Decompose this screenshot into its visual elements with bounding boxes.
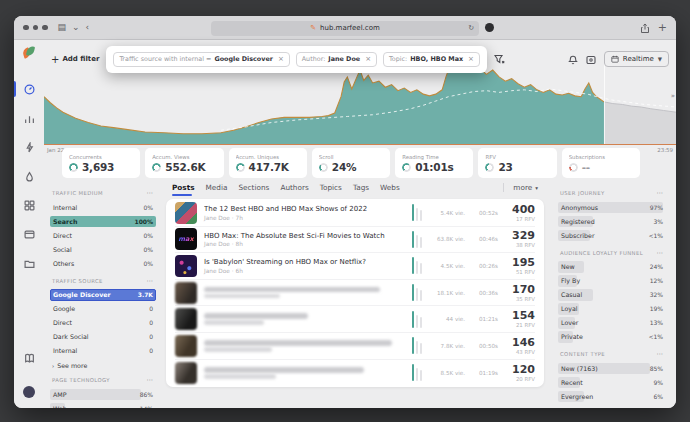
- traffic-filters-panel: TRAFFIC MEDIUM⋯Internal0%Search100%Direc…: [44, 180, 162, 408]
- close-window-button[interactable]: [23, 25, 29, 31]
- item-value: 0%: [143, 260, 153, 267]
- page-technology-item[interactable]: AMP86%: [50, 388, 156, 401]
- kebab-menu-icon[interactable]: ⋯: [147, 376, 155, 384]
- loyalty-item[interactable]: Fly By12%: [558, 275, 666, 288]
- nav-analytics-icon[interactable]: [14, 109, 44, 127]
- reload-icon[interactable]: ↻: [468, 24, 474, 32]
- marfeel-logo[interactable]: [23, 46, 35, 58]
- post-row[interactable]: 18.1K vie.00:36s17035 RFV: [175, 280, 535, 307]
- user-journey-item[interactable]: Subscriber<1%: [558, 229, 666, 242]
- sidebar-toggle-icon[interactable]: ▤: [58, 23, 67, 32]
- content-type-item[interactable]: Not Editorial<1%: [558, 404, 666, 408]
- tab-posts[interactable]: Posts: [172, 183, 195, 192]
- content-type-item[interactable]: Evergreen6%: [558, 390, 666, 403]
- address-bar[interactable]: ✎ hub.marfeel.com ↻: [211, 21, 479, 36]
- user-journey-item[interactable]: Anonymous97%: [558, 201, 666, 214]
- nav-engagement-icon[interactable]: [14, 167, 44, 185]
- minimize-window-button[interactable]: [33, 25, 39, 31]
- item-label: Loyal: [561, 305, 578, 312]
- clear-filters-icon[interactable]: [494, 50, 505, 69]
- nav-content-icon[interactable]: [14, 254, 44, 272]
- traffic-source-item[interactable]: Dark Social0: [50, 331, 156, 344]
- post-row[interactable]: The 12 Best HBO and HBO Max Shows of 202…: [175, 200, 535, 227]
- post-row[interactable]: 44 vie.01:21s15421 RFV: [175, 306, 535, 333]
- filter-chip[interactable]: Topic:HBO, HBO Max×: [383, 52, 480, 67]
- remove-filter-icon[interactable]: ×: [468, 55, 474, 63]
- realtime-range-selector[interactable]: Realtime ▼: [604, 51, 669, 67]
- tab-topics[interactable]: Topics: [320, 183, 342, 192]
- zoom-window-button[interactable]: [42, 25, 48, 31]
- blurred-title: [204, 340, 392, 346]
- notifications-bell-icon[interactable]: [568, 50, 578, 69]
- remove-filter-icon[interactable]: ×: [365, 55, 371, 63]
- traffic-source-item[interactable]: Direct0: [50, 317, 156, 330]
- remove-filter-icon[interactable]: ×: [278, 55, 284, 63]
- present-screen-icon[interactable]: [586, 50, 596, 69]
- loyalty-item[interactable]: Loyal19%: [558, 303, 666, 316]
- traffic-medium-item[interactable]: Social0%: [50, 243, 156, 256]
- tab-media[interactable]: Media: [206, 183, 228, 192]
- metric-card: Accum. Uniques417.7K: [229, 148, 307, 178]
- tab-more[interactable]: more▾: [503, 183, 538, 192]
- user-journey-header: USER JOURNEY⋯: [560, 189, 664, 197]
- nav-realtime-icon[interactable]: [14, 80, 44, 98]
- loyalty-item[interactable]: Private<1%: [558, 331, 666, 344]
- content-type-item[interactable]: New (7163)85%: [558, 362, 666, 375]
- loyalty-item[interactable]: Casual32%: [558, 289, 666, 302]
- traffic-medium-item[interactable]: Others0%: [50, 257, 156, 270]
- tab-sections[interactable]: Sections: [238, 183, 269, 192]
- post-row[interactable]: 8.5K vie.01:19s12020 RFV: [175, 360, 535, 387]
- metric-card: Subscriptions--: [562, 148, 640, 178]
- gauge-icon: [69, 163, 78, 172]
- post-row[interactable]: 7.8K vie.00:50s14643 RFV: [175, 333, 535, 360]
- item-label: Direct: [53, 232, 72, 239]
- see-more-link[interactable]: ›See more: [52, 362, 154, 369]
- traffic-medium-item[interactable]: Internal0%: [50, 201, 156, 214]
- back-icon[interactable]: ‹: [86, 23, 90, 32]
- extension-badge-icon[interactable]: [485, 23, 494, 32]
- chevron-down-icon[interactable]: ⌄: [72, 23, 80, 32]
- user-journey-item[interactable]: Registered3%: [558, 215, 666, 228]
- loyalty-item[interactable]: Lover13%: [558, 317, 666, 330]
- page-technology-item[interactable]: Web14%: [50, 402, 156, 408]
- tab-webs[interactable]: Webs: [380, 183, 400, 192]
- tab-tags[interactable]: Tags: [353, 183, 369, 192]
- window-controls[interactable]: [23, 25, 48, 31]
- chart-scroll-arrow-icon[interactable]: »: [671, 92, 675, 100]
- kebab-menu-icon[interactable]: ⋯: [657, 189, 665, 197]
- filter-chip[interactable]: Traffic source with internal =Google Dis…: [113, 52, 289, 67]
- traffic-source-item[interactable]: Internal0: [50, 345, 156, 358]
- share-icon[interactable]: [640, 23, 650, 33]
- nav-dashboard-icon[interactable]: [14, 196, 44, 214]
- add-filter-button[interactable]: + Add filter: [51, 54, 99, 65]
- tab-authors[interactable]: Authors: [280, 183, 308, 192]
- traffic-source-item[interactable]: Google0: [50, 303, 156, 316]
- traffic-medium-item[interactable]: Direct0%: [50, 229, 156, 242]
- kebab-menu-icon[interactable]: ⋯: [147, 277, 155, 285]
- post-read-time: 01:21s: [472, 316, 498, 322]
- mini-bars-icon: [412, 364, 423, 381]
- post-thumbnail: [175, 335, 197, 357]
- new-tab-button[interactable]: +: [658, 22, 667, 33]
- kebab-menu-icon[interactable]: ⋯: [657, 350, 665, 358]
- user-avatar[interactable]: [23, 386, 35, 398]
- post-thumbnail: max: [175, 228, 197, 250]
- metric-card: RFV23: [478, 148, 556, 178]
- traffic-medium-item[interactable]: Search100%: [50, 215, 156, 228]
- docs-book-icon[interactable]: [14, 349, 44, 367]
- left-nav-rail: [14, 40, 44, 408]
- traffic-source-item[interactable]: Google Discover3.7K: [50, 289, 156, 302]
- post-row[interactable]: Is 'Babylon' Streaming on HBO Max or Net…: [175, 253, 535, 280]
- kebab-menu-icon[interactable]: ⋯: [147, 189, 155, 197]
- filter-chip[interactable]: Author:Jane Doe×: [296, 52, 377, 67]
- nav-subscriptions-icon[interactable]: [14, 225, 44, 243]
- post-views: 18.1K vie.: [429, 290, 465, 296]
- post-row[interactable]: maxHBO Max: The Absolute Best Sci-Fi Mov…: [175, 227, 535, 254]
- nav-actions-icon[interactable]: [14, 138, 44, 156]
- content-type-item[interactable]: Recent9%: [558, 376, 666, 389]
- marfeel-app: Jan 22 23:59 » + Add filter Traffic sour…: [14, 40, 676, 408]
- loyalty-item[interactable]: New24%: [558, 261, 666, 274]
- post-rfv: 17 RFV: [505, 216, 535, 222]
- kebab-menu-icon[interactable]: ⋯: [657, 249, 665, 257]
- post-thumbnail: [175, 362, 197, 384]
